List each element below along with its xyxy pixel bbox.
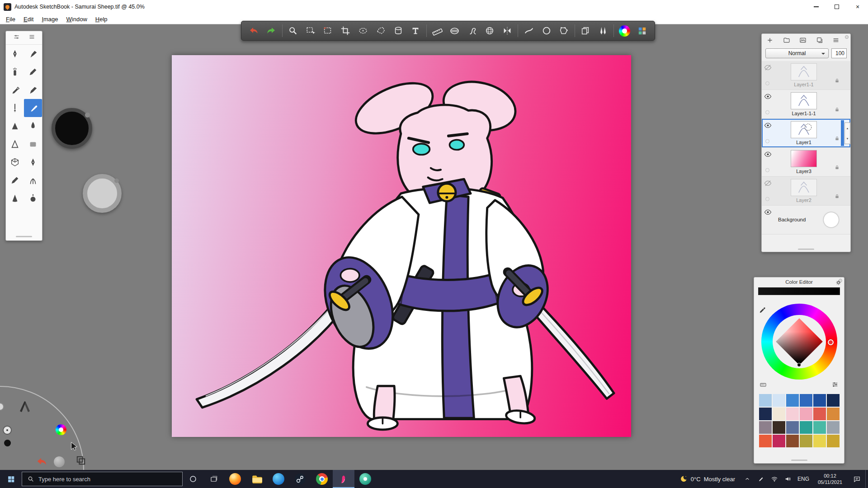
rect-select-tool[interactable]: [302, 22, 319, 39]
windows-ink-button[interactable]: [754, 470, 768, 488]
current-color-bar[interactable]: [758, 287, 840, 295]
menu-image[interactable]: Image: [38, 14, 62, 24]
visibility-toggle[interactable]: [764, 179, 772, 189]
layer-view-tool[interactable]: [633, 22, 651, 39]
swatch-9[interactable]: [800, 408, 812, 420]
swatch-18[interactable]: [759, 435, 772, 447]
text-tool[interactable]: [407, 22, 425, 39]
swatch-3[interactable]: [800, 394, 812, 407]
layer-thumbnail[interactable]: Layer3: [776, 150, 831, 174]
taskbar-app-teal-app[interactable]: [354, 470, 376, 488]
swatch-17[interactable]: [827, 421, 840, 434]
layers-menu-button[interactable]: [832, 37, 840, 44]
crop-tool[interactable]: [337, 22, 354, 39]
tray-expand-button[interactable]: [741, 470, 754, 488]
close-button[interactable]: ×: [847, 0, 868, 14]
language-indicator[interactable]: ENG: [795, 470, 812, 488]
cortana-button[interactable]: [183, 470, 203, 488]
visibility-toggle[interactable]: [764, 64, 772, 73]
magic-select-tool[interactable]: [319, 22, 337, 39]
layer-row-layer1[interactable]: Layer1▲▼: [762, 119, 850, 148]
brush-inking-pen[interactable]: [6, 99, 24, 117]
swatch-15[interactable]: [800, 421, 812, 434]
layer-thumbnail[interactable]: Layer1-1: [776, 63, 831, 87]
swatch-5[interactable]: [827, 394, 840, 407]
swatch-16[interactable]: [813, 421, 826, 434]
layer-row-layer3[interactable]: Layer3: [762, 148, 850, 177]
layer-spinner[interactable]: ▲▼: [844, 122, 850, 144]
layer-row-background[interactable]: Background: [762, 206, 850, 235]
menu-file[interactable]: File: [2, 14, 19, 24]
color-editor-footer[interactable]: [754, 460, 844, 461]
brush-round-brush[interactable]: [24, 189, 42, 207]
taskbar-app-firefox[interactable]: [224, 470, 246, 488]
lagoon-black-dot[interactable]: [4, 440, 11, 446]
brush-fountain-pen[interactable]: [6, 45, 24, 63]
lagoon-redo-icon[interactable]: [54, 456, 65, 467]
brush-eraser[interactable]: [24, 135, 42, 153]
taskbar-clock[interactable]: 00:12 05/11/2021: [812, 470, 848, 488]
brush-smudge[interactable]: [6, 117, 24, 135]
duplicate-layer-button[interactable]: [816, 37, 823, 44]
background-color-thumbnail[interactable]: [824, 212, 839, 227]
brush-detail-pen[interactable]: [24, 153, 42, 171]
visibility-toggle[interactable]: [764, 93, 772, 102]
ruler-tool[interactable]: [429, 22, 446, 39]
hue-marker[interactable]: [828, 339, 834, 345]
volume-button[interactable]: [781, 470, 795, 488]
brush-cone-brush[interactable]: [6, 189, 24, 207]
brush-triangle-brush[interactable]: [6, 135, 24, 153]
brush-pencil-tools-icon[interactable]: [17, 399, 33, 414]
lagoon-mode-button[interactable]: [3, 426, 12, 435]
taskbar-app-steam[interactable]: [289, 470, 311, 488]
swatch-grid-icon[interactable]: [760, 381, 767, 390]
polygon-select-tool[interactable]: [372, 22, 389, 39]
layer-row-layer2[interactable]: Layer2: [762, 177, 850, 206]
brush-graphite[interactable]: [6, 171, 24, 189]
swatch-13[interactable]: [773, 421, 785, 434]
brush-paintbrush[interactable]: [24, 99, 42, 117]
swatch-2[interactable]: [786, 394, 799, 407]
color-wheel-tool[interactable]: [616, 22, 633, 39]
layer-thumbnail[interactable]: Layer1-1-1: [776, 92, 831, 116]
sliders-grip-icon[interactable]: [13, 33, 20, 42]
blend-mode-select[interactable]: Normal: [765, 48, 829, 58]
taskbar-app-sketchbook[interactable]: [333, 470, 354, 488]
taskbar-app-file-explorer[interactable]: [246, 470, 268, 488]
value-marker[interactable]: [797, 363, 801, 367]
visibility-toggle[interactable]: [764, 122, 772, 131]
swatch-0[interactable]: [759, 394, 772, 407]
menu-grip-icon[interactable]: [28, 33, 35, 42]
action-center-button[interactable]: [848, 470, 865, 488]
swatch-12[interactable]: [759, 421, 772, 434]
eyedropper-icon[interactable]: [759, 306, 766, 316]
lagoon-color-wheel-icon[interactable]: [56, 424, 66, 435]
shape-ellipse-tool[interactable]: [538, 22, 555, 39]
visibility-toggle[interactable]: [764, 208, 772, 218]
layer-opacity-input[interactable]: 100: [831, 48, 847, 58]
layer-thumbnail[interactable]: Layer2: [776, 179, 831, 203]
distort-tool[interactable]: [389, 22, 407, 39]
swatch-10[interactable]: [813, 408, 826, 420]
french-curve-tool[interactable]: [463, 22, 481, 39]
network-button[interactable]: [768, 470, 781, 488]
gear-icon[interactable]: [835, 279, 841, 287]
shape-polyline-tool[interactable]: [555, 22, 573, 39]
cursor-tool-icon[interactable]: [69, 441, 79, 451]
canvas[interactable]: [172, 55, 631, 437]
brush-perspective-box[interactable]: [6, 153, 24, 171]
oval-select-tool[interactable]: [354, 22, 372, 39]
lagoon-anchor[interactable]: [0, 403, 4, 411]
stroke-line-tool[interactable]: [520, 22, 538, 39]
layer-thumbnail[interactable]: Layer1: [776, 121, 831, 145]
visibility-toggle[interactable]: [764, 150, 772, 160]
color-puck[interactable]: [83, 174, 122, 213]
undo-tool[interactable]: [245, 22, 263, 39]
layers-panel-footer[interactable]: [762, 249, 850, 250]
redo-tool[interactable]: [263, 22, 280, 39]
menu-help[interactable]: Help: [91, 14, 112, 24]
lagoon-frame-icon[interactable]: [76, 455, 86, 465]
swatch-20[interactable]: [786, 435, 799, 447]
layer-row-layer1-1[interactable]: Layer1-1: [762, 61, 850, 90]
brush-watercolor[interactable]: [24, 117, 42, 135]
